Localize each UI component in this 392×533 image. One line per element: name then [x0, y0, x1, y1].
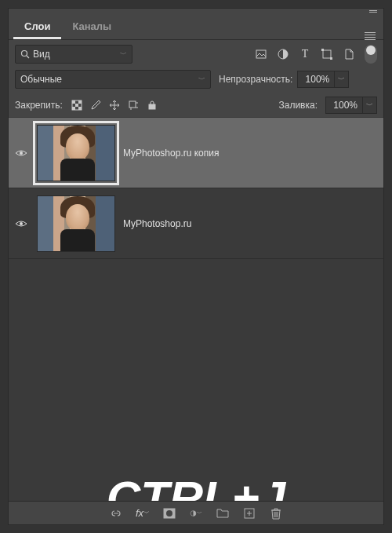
svg-rect-9: [78, 100, 82, 104]
filter-dropdown[interactable]: Вид ﹀: [15, 45, 132, 64]
new-layer-icon[interactable]: [243, 507, 256, 520]
filter-adjust-icon[interactable]: [277, 48, 289, 60]
filter-smart-icon[interactable]: [343, 48, 355, 60]
fill-caret[interactable]: ﹀: [363, 97, 377, 114]
layer-name[interactable]: MyPhotoshop.ru: [123, 218, 191, 229]
svg-rect-12: [78, 107, 82, 110]
tab-bar: Слои Каналы: [9, 16, 383, 40]
lock-artboard-icon[interactable]: [127, 99, 140, 111]
mask-icon[interactable]: [163, 507, 176, 520]
blend-mode-value: Обычные: [20, 74, 62, 85]
blend-row: Обычные ﹀ Непрозрачность: 100% ﹀: [9, 68, 383, 93]
tab-layers[interactable]: Слои: [13, 16, 61, 39]
filter-row: Вид ﹀ T: [9, 40, 383, 68]
tab-channels[interactable]: Каналы: [61, 16, 122, 39]
svg-rect-10: [75, 104, 78, 107]
trash-icon[interactable]: [270, 507, 282, 520]
link-icon[interactable]: [110, 507, 122, 520]
lock-row: Закрепить: Заливка: 100% ﹀: [9, 93, 383, 118]
layer-row[interactable]: MyPhotoshop.ru копия: [9, 118, 383, 188]
svg-rect-2: [256, 50, 266, 58]
layer-name[interactable]: MyPhotoshop.ru копия: [123, 148, 219, 159]
chevron-down-icon: ﹀: [198, 75, 205, 85]
svg-line-1: [27, 56, 29, 58]
svg-point-23: [166, 510, 172, 517]
svg-rect-19: [149, 104, 155, 109]
adjustment-icon[interactable]: ﹀: [190, 507, 202, 520]
layer-thumbnail[interactable]: [37, 125, 115, 181]
svg-point-20: [20, 152, 23, 155]
filter-type-icon[interactable]: T: [299, 48, 311, 60]
opacity-value[interactable]: 100%: [297, 71, 335, 88]
layers-panel: Слои Каналы Вид ﹀ T: [8, 8, 384, 525]
svg-rect-15: [129, 101, 136, 108]
search-icon: [20, 49, 30, 59]
filter-shape-icon[interactable]: [321, 48, 333, 60]
lock-brush-icon[interactable]: [89, 99, 102, 111]
lock-all-icon[interactable]: [146, 99, 158, 111]
fill-value[interactable]: 100%: [325, 97, 363, 114]
blend-mode-dropdown[interactable]: Обычные ﹀: [15, 70, 211, 89]
svg-rect-6: [330, 57, 332, 60]
svg-point-21: [20, 222, 23, 225]
layer-thumbnail[interactable]: [37, 195, 115, 252]
svg-rect-5: [321, 49, 324, 51]
fx-icon[interactable]: fx﹀: [136, 507, 149, 520]
svg-rect-8: [72, 100, 75, 104]
layers-list: MyPhotoshop.ru копия MyPhotoshop.ru CTRL…: [9, 118, 383, 501]
lock-transparent-icon[interactable]: [71, 99, 83, 111]
lock-label: Закрепить:: [15, 100, 63, 111]
lock-move-icon[interactable]: [108, 99, 121, 111]
fill-label: Заливка:: [278, 100, 318, 111]
filter-toggle[interactable]: [365, 45, 377, 64]
chevron-down-icon: ﹀: [120, 49, 127, 60]
filter-pixel-icon[interactable]: [255, 48, 267, 60]
group-icon[interactable]: [216, 507, 229, 520]
filter-type-icons: T: [255, 45, 377, 64]
svg-rect-11: [72, 107, 75, 110]
svg-point-0: [22, 51, 27, 57]
filter-label: Вид: [33, 49, 50, 60]
bottom-toolbar: fx﹀ ﹀: [9, 501, 383, 524]
layer-row[interactable]: MyPhotoshop.ru: [9, 188, 383, 259]
visibility-eye-icon[interactable]: [13, 219, 29, 228]
panel-menu-icon[interactable]: [365, 31, 379, 42]
opacity-label: Непрозрачность:: [219, 74, 292, 85]
visibility-eye-icon[interactable]: [13, 148, 29, 158]
svg-rect-4: [323, 50, 331, 58]
shortcut-overlay: CTRL+J: [9, 471, 383, 501]
opacity-caret[interactable]: ﹀: [335, 71, 349, 88]
lock-icons: [71, 99, 158, 111]
collapse-icon[interactable]: [369, 9, 379, 16]
